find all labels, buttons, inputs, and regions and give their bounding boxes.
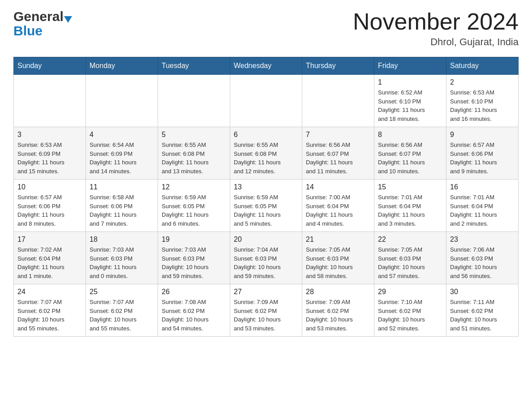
day-number: 12 xyxy=(162,183,226,191)
day-info: Sunrise: 7:03 AM Sunset: 6:03 PM Dayligh… xyxy=(162,245,226,280)
day-number: 15 xyxy=(378,183,442,191)
calendar-title: November 2024 xyxy=(353,9,519,34)
calendar-day-cell: 22Sunrise: 7:05 AM Sunset: 6:03 PM Dayli… xyxy=(374,232,446,284)
weekday-header-friday: Friday xyxy=(374,57,446,75)
day-number: 22 xyxy=(378,235,442,244)
logo-blue-text: Blue xyxy=(13,23,43,39)
day-info: Sunrise: 7:07 AM Sunset: 6:02 PM Dayligh… xyxy=(90,298,154,333)
day-info: Sunrise: 6:55 AM Sunset: 6:08 PM Dayligh… xyxy=(162,141,226,176)
day-number: 21 xyxy=(306,235,370,244)
day-number: 16 xyxy=(450,183,515,191)
day-info: Sunrise: 6:57 AM Sunset: 6:06 PM Dayligh… xyxy=(17,193,82,228)
day-number: 4 xyxy=(90,131,154,139)
day-info: Sunrise: 6:56 AM Sunset: 6:07 PM Dayligh… xyxy=(378,141,442,176)
day-number: 13 xyxy=(234,183,298,191)
day-info: Sunrise: 7:10 AM Sunset: 6:02 PM Dayligh… xyxy=(378,298,442,333)
calendar-day-cell: 19Sunrise: 7:03 AM Sunset: 6:03 PM Dayli… xyxy=(158,232,230,284)
calendar-day-cell: 9Sunrise: 6:57 AM Sunset: 6:06 PM Daylig… xyxy=(446,127,519,180)
calendar-day-cell: 30Sunrise: 7:11 AM Sunset: 6:02 PM Dayli… xyxy=(446,284,519,337)
day-info: Sunrise: 7:01 AM Sunset: 6:04 PM Dayligh… xyxy=(378,193,442,228)
day-info: Sunrise: 6:55 AM Sunset: 6:08 PM Dayligh… xyxy=(234,141,298,176)
day-number: 18 xyxy=(90,235,154,244)
calendar-day-cell: 25Sunrise: 7:07 AM Sunset: 6:02 PM Dayli… xyxy=(86,284,158,337)
day-info: Sunrise: 6:53 AM Sunset: 6:10 PM Dayligh… xyxy=(450,88,515,123)
calendar-week-row: 10Sunrise: 6:57 AM Sunset: 6:06 PM Dayli… xyxy=(14,180,519,232)
day-number: 24 xyxy=(17,288,82,296)
calendar-week-row: 24Sunrise: 7:07 AM Sunset: 6:02 PM Dayli… xyxy=(14,284,519,337)
weekday-header-tuesday: Tuesday xyxy=(158,57,230,75)
logo: General Blue xyxy=(13,9,72,39)
calendar-day-cell: 11Sunrise: 6:58 AM Sunset: 6:06 PM Dayli… xyxy=(86,180,158,232)
day-number: 14 xyxy=(306,183,370,191)
day-info: Sunrise: 7:08 AM Sunset: 6:02 PM Dayligh… xyxy=(162,298,226,333)
weekday-header-saturday: Saturday xyxy=(446,57,519,75)
calendar-day-cell: 2Sunrise: 6:53 AM Sunset: 6:10 PM Daylig… xyxy=(446,75,519,127)
calendar-day-cell: 8Sunrise: 6:56 AM Sunset: 6:07 PM Daylig… xyxy=(374,127,446,180)
day-info: Sunrise: 6:56 AM Sunset: 6:07 PM Dayligh… xyxy=(306,141,370,176)
calendar-day-cell: 7Sunrise: 6:56 AM Sunset: 6:07 PM Daylig… xyxy=(302,127,374,180)
calendar-day-cell: 17Sunrise: 7:02 AM Sunset: 6:04 PM Dayli… xyxy=(14,232,86,284)
day-number: 23 xyxy=(450,235,515,244)
day-number: 27 xyxy=(234,288,298,296)
day-info: Sunrise: 6:52 AM Sunset: 6:10 PM Dayligh… xyxy=(378,88,442,123)
day-number: 25 xyxy=(90,288,154,296)
header: General Blue November 2024 Dhrol, Gujara… xyxy=(13,9,519,48)
calendar-day-cell: 12Sunrise: 6:59 AM Sunset: 6:05 PM Dayli… xyxy=(158,180,230,232)
day-number: 11 xyxy=(90,183,154,191)
day-number: 28 xyxy=(306,288,370,296)
calendar-day-cell: 5Sunrise: 6:55 AM Sunset: 6:08 PM Daylig… xyxy=(158,127,230,180)
day-number: 9 xyxy=(450,131,515,139)
calendar-day-cell: 18Sunrise: 7:03 AM Sunset: 6:03 PM Dayli… xyxy=(86,232,158,284)
day-info: Sunrise: 6:59 AM Sunset: 6:05 PM Dayligh… xyxy=(162,193,226,228)
day-info: Sunrise: 6:53 AM Sunset: 6:09 PM Dayligh… xyxy=(17,141,82,176)
day-number: 2 xyxy=(450,78,515,86)
calendar-day-cell: 26Sunrise: 7:08 AM Sunset: 6:02 PM Dayli… xyxy=(158,284,230,337)
day-info: Sunrise: 7:04 AM Sunset: 6:03 PM Dayligh… xyxy=(234,245,298,280)
calendar-day-cell: 13Sunrise: 6:59 AM Sunset: 6:05 PM Dayli… xyxy=(230,180,302,232)
weekday-header-sunday: Sunday xyxy=(14,57,86,75)
calendar-day-cell: 3Sunrise: 6:53 AM Sunset: 6:09 PM Daylig… xyxy=(14,127,86,180)
calendar-day-cell xyxy=(86,75,158,127)
calendar-week-row: 3Sunrise: 6:53 AM Sunset: 6:09 PM Daylig… xyxy=(14,127,519,180)
calendar-day-cell: 21Sunrise: 7:05 AM Sunset: 6:03 PM Dayli… xyxy=(302,232,374,284)
day-info: Sunrise: 7:09 AM Sunset: 6:02 PM Dayligh… xyxy=(306,298,370,333)
calendar-day-cell: 16Sunrise: 7:01 AM Sunset: 6:04 PM Dayli… xyxy=(446,180,519,232)
logo-general-text: General xyxy=(13,9,64,24)
day-info: Sunrise: 7:07 AM Sunset: 6:02 PM Dayligh… xyxy=(17,298,82,333)
calendar-day-cell: 6Sunrise: 6:55 AM Sunset: 6:08 PM Daylig… xyxy=(230,127,302,180)
weekday-header-thursday: Thursday xyxy=(302,57,374,75)
day-number: 30 xyxy=(450,288,515,296)
day-info: Sunrise: 7:03 AM Sunset: 6:03 PM Dayligh… xyxy=(90,245,154,280)
day-info: Sunrise: 6:58 AM Sunset: 6:06 PM Dayligh… xyxy=(90,193,154,228)
calendar-day-cell xyxy=(158,75,230,127)
calendar-day-cell xyxy=(302,75,374,127)
weekday-header-monday: Monday xyxy=(86,57,158,75)
calendar-table: SundayMondayTuesdayWednesdayThursdayFrid… xyxy=(13,57,519,337)
day-number: 5 xyxy=(162,131,226,139)
calendar-day-cell: 23Sunrise: 7:06 AM Sunset: 6:03 PM Dayli… xyxy=(446,232,519,284)
calendar-day-cell: 29Sunrise: 7:10 AM Sunset: 6:02 PM Dayli… xyxy=(374,284,446,337)
title-area: November 2024 Dhrol, Gujarat, India xyxy=(353,9,519,48)
weekday-header-wednesday: Wednesday xyxy=(230,57,302,75)
day-info: Sunrise: 7:11 AM Sunset: 6:02 PM Dayligh… xyxy=(450,298,515,333)
day-number: 20 xyxy=(234,235,298,244)
day-number: 19 xyxy=(162,235,226,244)
day-info: Sunrise: 7:05 AM Sunset: 6:03 PM Dayligh… xyxy=(306,245,370,280)
day-number: 6 xyxy=(234,131,298,139)
day-number: 29 xyxy=(378,288,442,296)
weekday-header-row: SundayMondayTuesdayWednesdayThursdayFrid… xyxy=(14,57,519,75)
calendar-day-cell: 1Sunrise: 6:52 AM Sunset: 6:10 PM Daylig… xyxy=(374,75,446,127)
day-info: Sunrise: 6:54 AM Sunset: 6:09 PM Dayligh… xyxy=(90,141,154,176)
calendar-day-cell: 10Sunrise: 6:57 AM Sunset: 6:06 PM Dayli… xyxy=(14,180,86,232)
day-number: 8 xyxy=(378,131,442,139)
calendar-day-cell: 15Sunrise: 7:01 AM Sunset: 6:04 PM Dayli… xyxy=(374,180,446,232)
logo-triangle-icon xyxy=(64,16,72,23)
day-number: 17 xyxy=(17,235,82,244)
calendar-day-cell xyxy=(230,75,302,127)
day-number: 26 xyxy=(162,288,226,296)
day-number: 3 xyxy=(17,131,82,139)
calendar-subtitle: Dhrol, Gujarat, India xyxy=(353,36,519,48)
day-info: Sunrise: 6:59 AM Sunset: 6:05 PM Dayligh… xyxy=(234,193,298,228)
day-number: 1 xyxy=(378,78,442,86)
calendar-day-cell: 24Sunrise: 7:07 AM Sunset: 6:02 PM Dayli… xyxy=(14,284,86,337)
